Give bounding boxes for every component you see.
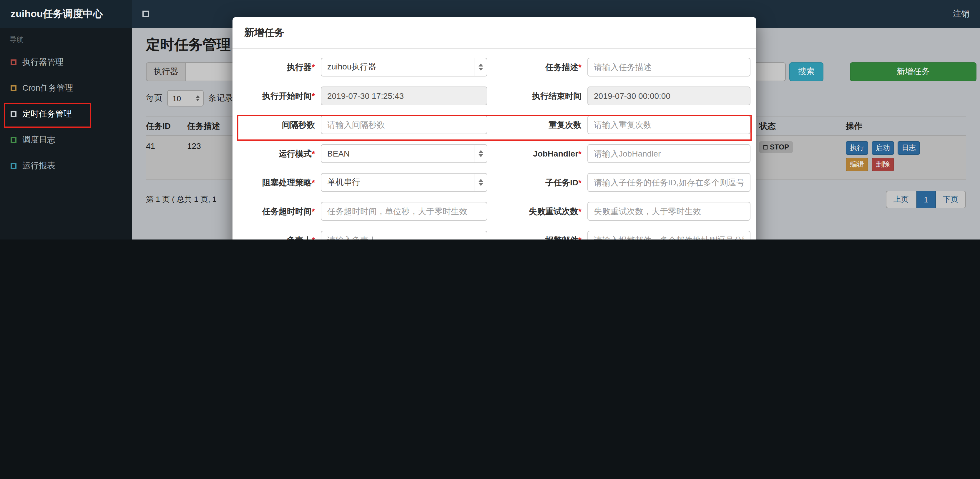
start-time-label: 执行开始时间* (239, 91, 321, 101)
sidebar-item-label: 调度日志 (22, 135, 55, 145)
jobhandler-label: JobHandler* (495, 149, 587, 159)
sidebar-item-run-report[interactable]: 运行报表 (0, 153, 132, 179)
block-strategy-select-value: 单机串行 (327, 177, 360, 188)
header-task-id: 任务ID (146, 121, 187, 132)
alarm-email-label: 报警邮件* (495, 235, 587, 240)
timeout-label: 任务超时时间* (239, 206, 321, 216)
log-button[interactable]: 日志 (897, 141, 920, 155)
current-page-button[interactable]: 1 (916, 191, 936, 208)
sidebar-item-label: 定时任务管理 (22, 109, 72, 119)
executor-label: 执行器* (239, 62, 321, 72)
form-row-2: 执行开始时间* 执行结束时间 (239, 86, 751, 105)
next-page-button[interactable]: 下页 (936, 191, 966, 208)
child-task-label: 子任务ID* (495, 177, 587, 188)
cell-task-id: 41 (146, 141, 187, 174)
block-strategy-select[interactable]: 单机串行 (321, 173, 487, 192)
form-row-4: 运行模式* BEAN JobHandler* (239, 144, 751, 163)
logout-link[interactable]: 注销 (953, 8, 969, 19)
header-status: 状态 (759, 121, 846, 132)
form-row-5: 阻塞处理策略* 单机串行 子任务ID* (239, 173, 751, 192)
select-arrows-icon (474, 145, 487, 162)
modal-title: 新增任务 (232, 17, 756, 49)
modal-body: 执行器* zuihou执行器 任务描述* 执行开始时间* 执行结 (232, 49, 756, 240)
sidebar-section-label: 导航 (0, 28, 132, 49)
repeat-label: 重复次数 (495, 120, 587, 130)
add-task-modal: 新增任务 执行器* zuihou执行器 任务描述* 执行开始时 (232, 17, 756, 240)
interval-label: 间隔秒数 (239, 120, 321, 130)
delete-button[interactable]: 删除 (872, 158, 894, 171)
cell-actions: 执行 启动 日志 编辑 删除 (846, 141, 966, 174)
task-desc-input[interactable] (587, 58, 751, 76)
end-time-input[interactable] (587, 86, 751, 105)
app-brand: zuihou任务调度中心 (0, 0, 132, 28)
header-actions: 操作 (846, 121, 966, 132)
page-size-select[interactable]: 10 (167, 90, 204, 107)
form-row-1: 执行器* zuihou执行器 任务描述* (239, 58, 751, 76)
actions-line-2: 编辑 删除 (846, 158, 966, 171)
pagination-summary: 第 1 页 ( 总共 1 页, 1 (146, 194, 216, 205)
status-square-icon (764, 145, 767, 149)
square-outline-icon (11, 111, 16, 117)
owner-label: 负责人* (239, 235, 321, 240)
retry-input[interactable] (587, 202, 751, 221)
sidebar: 导航 执行器管理 Cron任务管理 定时任务管理 调度日志 运行报表 (0, 28, 132, 240)
prev-page-button[interactable]: 上页 (886, 191, 916, 208)
run-button[interactable]: 执行 (846, 141, 868, 155)
jobhandler-input[interactable] (587, 144, 751, 163)
cell-status: STOP (759, 141, 846, 174)
sidebar-toggle-icon[interactable] (142, 11, 149, 17)
executor-select[interactable]: zuihou执行器 (321, 58, 487, 76)
search-button[interactable]: 搜索 (789, 62, 823, 81)
start-time-input[interactable] (321, 86, 487, 105)
pagination-buttons: 上页 1 下页 (886, 191, 966, 208)
select-arrows-icon (474, 58, 487, 76)
square-icon (142, 11, 149, 17)
repeat-input[interactable] (587, 115, 751, 134)
sidebar-item-label: Cron任务管理 (22, 83, 73, 94)
timeout-input[interactable] (321, 202, 487, 221)
start-button[interactable]: 启动 (872, 141, 894, 155)
executor-addon-label: 执行器 (146, 62, 185, 81)
status-text: STOP (770, 143, 789, 151)
form-row-7: 负责人* 报警邮件* (239, 231, 751, 240)
owner-input[interactable] (321, 231, 487, 240)
add-task-button[interactable]: 新增任务 (850, 62, 977, 81)
select-arrows-icon (192, 91, 203, 106)
block-strategy-label: 阻塞处理策略* (239, 177, 321, 188)
sidebar-item-label: 运行报表 (22, 161, 55, 171)
sidebar-item-label: 执行器管理 (22, 57, 64, 68)
square-outline-icon (11, 85, 16, 91)
page-size-value: 10 (172, 94, 181, 103)
form-row-6: 任务超时时间* 失败重试次数* (239, 202, 751, 221)
actions-line-1: 执行 启动 日志 (846, 141, 966, 155)
run-mode-label: 运行模式* (239, 149, 321, 159)
app-root: zuihou任务调度中心 注销 导航 执行器管理 Cron任务管理 定时任务管理… (0, 0, 980, 240)
child-task-input[interactable] (587, 173, 751, 192)
sidebar-item-executor-manage[interactable]: 执行器管理 (0, 49, 132, 75)
executor-select-value: zuihou执行器 (327, 62, 376, 72)
interval-input[interactable] (321, 115, 487, 134)
square-outline-icon (11, 137, 16, 143)
form-row-3: 间隔秒数 重复次数 (239, 115, 751, 134)
edit-button[interactable]: 编辑 (846, 158, 868, 171)
page-size-prefix: 每页 (146, 93, 162, 103)
sidebar-item-timed-task[interactable]: 定时任务管理 (0, 101, 132, 127)
task-desc-label: 任务描述* (495, 62, 587, 72)
end-time-label: 执行结束时间 (495, 91, 587, 101)
status-badge: STOP (759, 141, 793, 153)
sidebar-item-schedule-log[interactable]: 调度日志 (0, 127, 132, 153)
run-mode-select[interactable]: BEAN (321, 144, 487, 163)
select-arrows-icon (474, 173, 487, 191)
retry-label: 失败重试次数* (495, 206, 587, 216)
alarm-email-input[interactable] (587, 231, 751, 240)
run-mode-select-value: BEAN (327, 149, 350, 158)
square-outline-icon (11, 163, 16, 169)
sidebar-item-cron-task[interactable]: Cron任务管理 (0, 75, 132, 101)
square-outline-icon (11, 59, 16, 65)
page-size-suffix: 条记录 (208, 93, 233, 103)
